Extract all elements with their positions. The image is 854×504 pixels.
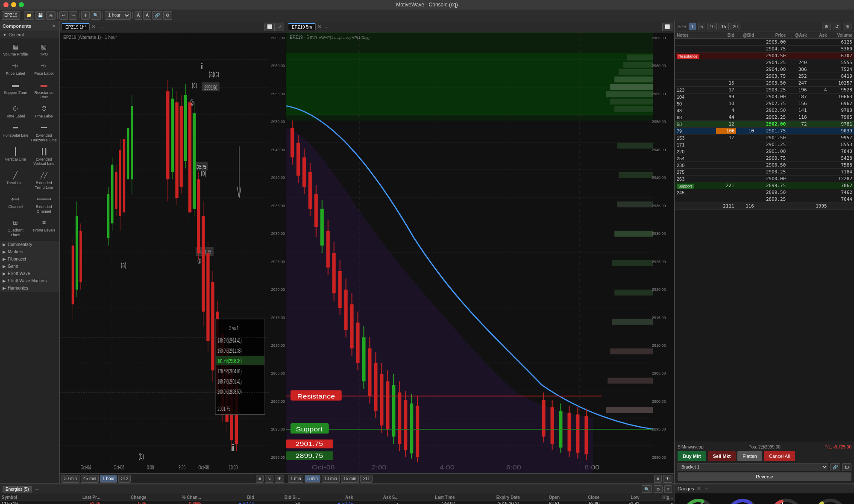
add-chart-1h[interactable]: + xyxy=(97,23,104,30)
ct-bar-style[interactable]: ≡ xyxy=(256,475,264,483)
ob-row[interactable]: 104 99 2903.00 187 10663 xyxy=(675,94,854,100)
ob-price-cell[interactable]: 2904.75 xyxy=(756,46,787,53)
comp-trend-line[interactable]: ╱ Trend Line xyxy=(2,169,29,192)
tb-save[interactable]: 💾 xyxy=(35,11,45,20)
ob-price-cell[interactable]: 2901.75 xyxy=(756,128,787,135)
close-chart-5m[interactable]: ✕ xyxy=(317,24,323,30)
ob-price-cell[interactable]: 2903.50 xyxy=(756,80,787,87)
ob-ask-cell[interactable] xyxy=(809,114,829,121)
ct-eye-5m[interactable]: 👁 xyxy=(663,475,672,483)
ob-price-cell[interactable]: 2903.25 xyxy=(756,87,787,94)
ob-price-cell[interactable]: 2904.50 xyxy=(756,53,787,59)
section-harmonics[interactable]: ▶ Harmonics xyxy=(0,284,59,292)
ob-row[interactable]: 254 2900.75 5428 xyxy=(675,155,854,162)
reverse-button[interactable]: Reverse xyxy=(678,472,851,481)
comp-quadrant-lines[interactable]: ⊞ Quadrant Lines xyxy=(2,216,29,239)
ob-row[interactable]: 2904.25 240 5555 xyxy=(675,59,854,66)
tf-1hour[interactable]: 1 hour xyxy=(100,475,117,483)
buy-mkt-button[interactable]: Buy Mkt xyxy=(678,451,706,461)
tf-10min[interactable]: 10 min xyxy=(322,475,340,483)
ob-row[interactable]: 230 2900.50 7588 xyxy=(675,162,854,169)
ob-ask-cell[interactable] xyxy=(809,94,829,100)
close-chart-1h[interactable]: ✕ xyxy=(91,24,97,30)
tb-crosshair[interactable]: ✛ xyxy=(81,11,90,20)
ob-size-1[interactable]: 1 xyxy=(689,23,696,30)
comp-price-label-2[interactable]: ─▷ Price Label xyxy=(30,59,58,78)
ob-ask-cell[interactable] xyxy=(809,182,829,189)
ob-row[interactable]: 220 2901.00 7840 xyxy=(675,148,854,155)
timeframe-selector[interactable]: 1 hour 5 min 15 min 30 min xyxy=(105,11,131,20)
ob-ask-cell[interactable] xyxy=(809,189,829,196)
comp-extended-trend-line[interactable]: ╱╱ Extended Trend Line xyxy=(30,169,58,192)
ct-bar-style-5m[interactable]: ≡ xyxy=(654,475,662,483)
tb-settings[interactable]: ⚙ xyxy=(163,11,172,20)
close-button[interactable] xyxy=(3,2,9,7)
bracket-power[interactable]: ⏻ xyxy=(842,463,851,471)
ob-ask-cell[interactable] xyxy=(809,100,829,107)
ob-ask-cell[interactable] xyxy=(809,80,829,87)
section-gann[interactable]: ▶ Gann xyxy=(0,263,59,270)
ob-row[interactable]: 2899.25 7644 xyxy=(675,196,854,203)
tab-1h[interactable]: EPZ19 1h* xyxy=(62,23,90,30)
ob-price-cell[interactable]: 2901.50 xyxy=(756,135,787,141)
ob-bid-cell[interactable] xyxy=(716,66,736,73)
ob-price-cell[interactable]: 2901.00 xyxy=(756,148,787,155)
minimize-button[interactable] xyxy=(11,2,16,7)
maximize-button[interactable] xyxy=(19,2,24,7)
chart-content-5m[interactable]: EPZ19 - 5 min VWAP(1 day,false) VP(1,Day… xyxy=(286,32,674,473)
ob-refresh[interactable]: ↺ xyxy=(833,23,841,30)
ob-size-15[interactable]: 15 xyxy=(719,23,728,30)
ob-price-cell[interactable]: 2900.50 xyxy=(756,162,787,169)
comp-time-label-2[interactable]: ⏱ Time Label xyxy=(30,102,58,120)
ob-price-cell[interactable]: 2900.75 xyxy=(756,155,787,162)
ob-bid-cell[interactable] xyxy=(716,46,736,53)
tab-5m[interactable]: EPZ19 5m xyxy=(288,23,316,30)
comp-channel[interactable]: ⟺ Channel xyxy=(2,193,29,216)
comp-extended-channel[interactable]: ⟺⟺ Extended Channel xyxy=(30,193,58,216)
tb-undo[interactable]: ↩ xyxy=(59,11,68,20)
ct-eye[interactable]: 👁 xyxy=(275,475,284,483)
ob-size-20[interactable]: 20 xyxy=(731,23,740,30)
tb-new[interactable]: EPZ19 xyxy=(2,11,20,20)
tf-30min[interactable]: 30 min xyxy=(62,475,79,483)
tf-1min[interactable]: 1 min xyxy=(288,475,303,483)
ob-ask-cell[interactable] xyxy=(809,53,829,59)
comp-time-label-1[interactable]: ⏲ Time Label xyxy=(2,102,29,120)
ob-bid-cell[interactable] xyxy=(716,73,736,80)
ob-bid-cell[interactable] xyxy=(716,39,736,46)
ob-ask-cell[interactable] xyxy=(809,39,829,46)
ob-lock[interactable]: ⊞ xyxy=(843,23,851,30)
section-elliott-wave[interactable]: ▶ Elliott Wave xyxy=(0,270,59,277)
ob-bid-cell[interactable]: 221 xyxy=(716,182,736,189)
ob-row[interactable]: 171 2901.25 8553 xyxy=(675,141,854,148)
ob-price-cell[interactable]: 2903.75 xyxy=(756,73,787,80)
ob-row[interactable]: 15 2903.50 247 10257 xyxy=(675,80,854,87)
ob-ask-cell[interactable] xyxy=(809,46,829,53)
ob-row[interactable]: 48 4 2902.50 141 9790 xyxy=(675,107,854,114)
tf-5min[interactable]: 5 min xyxy=(305,475,320,483)
ob-price-cell[interactable]: 2900.25 xyxy=(756,169,787,176)
ob-row[interactable]: 2903.75 252 8419 xyxy=(675,73,854,80)
section-fibonacci[interactable]: ▶ Fibonacci xyxy=(0,255,59,263)
components-close[interactable]: ✕ xyxy=(51,23,57,29)
ob-ask-cell[interactable]: 4 xyxy=(809,87,829,94)
ob-bid-cell[interactable] xyxy=(716,53,736,59)
ob-bid-cell[interactable]: 12 xyxy=(716,121,736,128)
ob-ask-cell[interactable] xyxy=(809,66,829,73)
gauges-close[interactable]: ✕ xyxy=(696,486,702,492)
comp-price-label-1[interactable]: ─▷ Price Label xyxy=(2,59,29,78)
ob-bid-cell[interactable] xyxy=(716,155,736,162)
ob-row[interactable]: 2905.00 6125 xyxy=(675,39,854,46)
ob-row[interactable]: 123 17 2903.25 196 4 9528 xyxy=(675,87,854,94)
wl-row[interactable]: CLEX19 52.45 -0.35 -0.66% ▼ 52.44 34 ▼ 5… xyxy=(0,501,675,504)
wl-add[interactable]: + xyxy=(33,486,40,492)
tb-open[interactable]: 📁 xyxy=(24,11,34,20)
ob-bid-cell[interactable] xyxy=(716,176,736,182)
ob-row[interactable]: Support 221 2899.75 7862 xyxy=(675,182,854,189)
ob-bid-cell[interactable] xyxy=(716,141,736,148)
ob-ask-cell[interactable] xyxy=(809,196,829,203)
ob-row[interactable]: 245 2899.50 7462 xyxy=(675,189,854,196)
ob-price-cell[interactable]: 2901.25 xyxy=(756,141,787,148)
ct-indicators[interactable]: ∿ xyxy=(265,475,273,483)
comp-tpo[interactable]: ▧ TPO xyxy=(30,40,58,59)
